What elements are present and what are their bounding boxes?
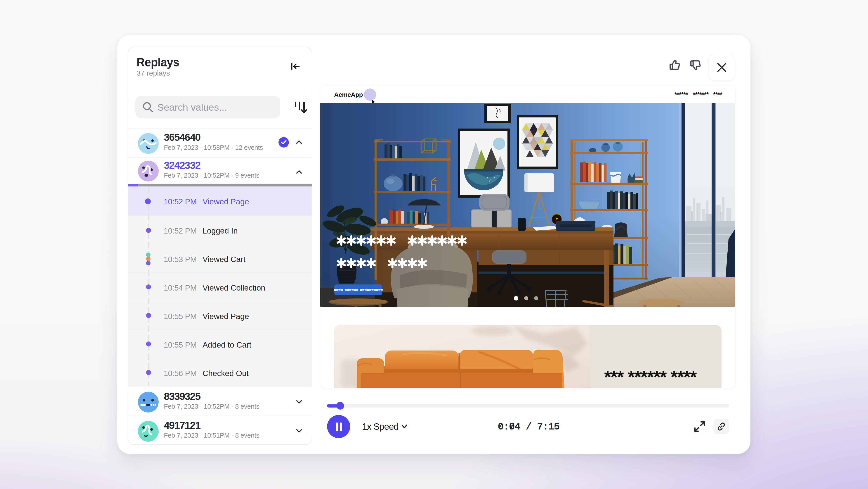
svg-text:0:04 / 7:15: 0:04 / 7:15 — [498, 421, 559, 432]
svg-text:**** ****** **********: **** ****** ********** — [334, 287, 383, 294]
